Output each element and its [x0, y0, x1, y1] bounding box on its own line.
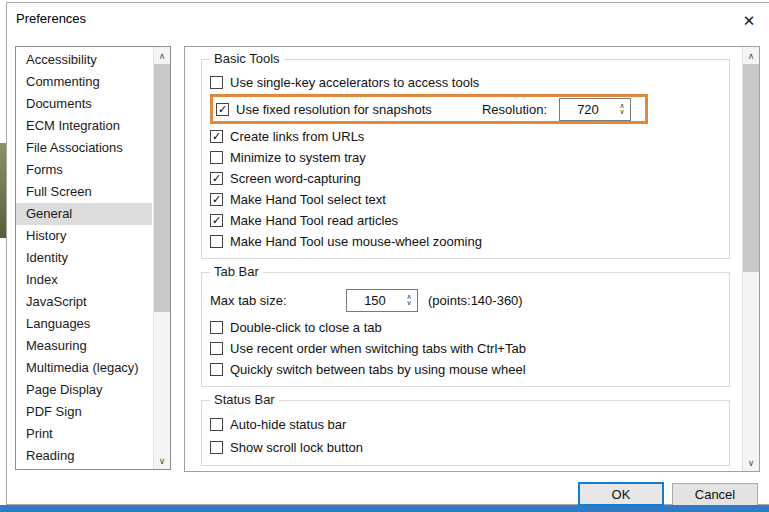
checkbox-label: Make Hand Tool select text: [230, 192, 386, 207]
preferences-category-listbox: AccessibilityCommentingDocumentsECM Inte…: [15, 46, 171, 470]
ok-button[interactable]: OK: [578, 482, 664, 506]
checkbox-label: Make Hand Tool read articles: [230, 213, 398, 228]
unchecked-checkbox[interactable]: [210, 363, 223, 376]
checked-checkbox[interactable]: ✓: [210, 130, 223, 143]
checkbox-label: Show scroll lock button: [230, 440, 363, 455]
sidebar-item-full-screen[interactable]: Full Screen: [16, 181, 152, 203]
scrollbar-thumb[interactable]: [743, 64, 759, 272]
sidebar-item-documents[interactable]: Documents: [16, 93, 152, 115]
checkmark-icon: ✓: [218, 104, 227, 115]
sidebar-scrollbar[interactable]: ∧ ∨: [153, 47, 170, 469]
checkbox-label: Minimize to system tray: [230, 150, 366, 165]
spin-down-icon[interactable]: ∨: [619, 109, 624, 115]
group-basic-tools: Basic ToolsUse single-key accelerators t…: [201, 59, 730, 259]
setting-row-use-single-key-accelerators-to-access-tools[interactable]: Use single-key accelerators to access to…: [210, 72, 721, 93]
setting-row-use-fixed-resolution-for-snapshots-highlighted[interactable]: ✓Use fixed resolution for snapshotsResol…: [210, 94, 648, 124]
checked-checkbox[interactable]: ✓: [210, 214, 223, 227]
sidebar-item-languages[interactable]: Languages: [16, 313, 152, 335]
spin-down-icon[interactable]: ∨: [406, 300, 411, 306]
setting-row-minimize-to-system-tray[interactable]: Minimize to system tray: [210, 147, 721, 168]
spinner-value[interactable]: 720: [560, 102, 614, 117]
checkbox-label: Use fixed resolution for snapshots: [236, 102, 432, 117]
checkbox-label: Make Hand Tool use mouse-wheel zooming: [230, 234, 482, 249]
checkbox-label: Screen word-capturing: [230, 171, 361, 186]
group-tab-bar: Tab BarMax tab size:150∧∨(points:140-360…: [201, 272, 730, 387]
unchecked-checkbox[interactable]: [210, 235, 223, 248]
scrollbar-thumb[interactable]: [154, 64, 170, 312]
scroll-up-icon[interactable]: ∧: [743, 47, 759, 64]
field-hint: (points:140-360): [428, 293, 523, 308]
checked-checkbox[interactable]: ✓: [210, 172, 223, 185]
group-status-bar: Status BarAuto-hide status barShow scrol…: [201, 400, 730, 466]
setting-row-create-links-from-urls[interactable]: ✓Create links from URLs: [210, 126, 721, 147]
unchecked-checkbox[interactable]: [210, 441, 223, 454]
setting-row-double-click-to-close-a-tab[interactable]: Double-click to close a tab: [210, 317, 721, 338]
checkbox-label: Quickly switch between tabs by using mou…: [230, 362, 526, 377]
sidebar-item-general[interactable]: General: [16, 203, 152, 225]
sidebar-item-multimedia-legacy[interactable]: Multimedia (legacy): [16, 357, 152, 379]
spinner-field[interactable]: 150∧∨: [346, 289, 418, 312]
sidebar-item-history[interactable]: History: [16, 225, 152, 247]
preferences-category-list: AccessibilityCommentingDocumentsECM Inte…: [16, 49, 152, 469]
setting-row-max-tab-size[interactable]: Max tab size:150∧∨(points:140-360): [210, 285, 721, 315]
unchecked-checkbox[interactable]: [210, 151, 223, 164]
checkbox-label: Use single-key accelerators to access to…: [230, 75, 479, 90]
preferences-dialog: Preferences ✕ AccessibilityCommentingDoc…: [6, 2, 769, 505]
field-label: Resolution:: [482, 102, 547, 117]
scroll-up-icon[interactable]: ∧: [154, 47, 170, 64]
settings-panel: Basic ToolsUse single-key accelerators t…: [184, 46, 760, 472]
setting-row-screen-word-capturing[interactable]: ✓Screen word-capturing: [210, 168, 721, 189]
spinner-value[interactable]: 150: [347, 293, 401, 308]
setting-row-make-hand-tool-use-mouse-wheel-zooming[interactable]: Make Hand Tool use mouse-wheel zooming: [210, 231, 721, 252]
sidebar-item-print[interactable]: Print: [16, 423, 152, 445]
spinner-arrows[interactable]: ∧∨: [614, 103, 630, 115]
sidebar-item-identity[interactable]: Identity: [16, 247, 152, 269]
unchecked-checkbox[interactable]: [210, 418, 223, 431]
sidebar-item-javascript[interactable]: JavaScript: [16, 291, 152, 313]
checkbox-label: Double-click to close a tab: [230, 320, 382, 335]
panel-groups: Basic ToolsUse single-key accelerators t…: [185, 47, 742, 471]
spinner-arrows[interactable]: ∧∨: [401, 294, 417, 306]
checkmark-icon: ✓: [212, 131, 221, 142]
checked-checkbox[interactable]: ✓: [216, 103, 229, 116]
sidebar-item-accessibility[interactable]: Accessibility: [16, 49, 152, 71]
group-title: Status Bar: [210, 392, 279, 407]
setting-row-use-recent-order-when-switching-tabs-with-ctrl-tab[interactable]: Use recent order when switching tabs wit…: [210, 338, 721, 359]
setting-row-quickly-switch-between-tabs-by-using-mouse-wheel[interactable]: Quickly switch between tabs by using mou…: [210, 359, 721, 380]
sidebar-item-forms[interactable]: Forms: [16, 159, 152, 181]
sidebar-item-measuring[interactable]: Measuring: [16, 335, 152, 357]
checkbox-label: Auto-hide status bar: [230, 417, 346, 432]
unchecked-checkbox[interactable]: [210, 76, 223, 89]
spinner-field[interactable]: 720∧∨: [559, 98, 631, 121]
sidebar-item-ecm-integration[interactable]: ECM Integration: [16, 115, 152, 137]
sidebar-item-page-display[interactable]: Page Display: [16, 379, 152, 401]
checked-checkbox[interactable]: ✓: [210, 193, 223, 206]
checkmark-icon: ✓: [212, 194, 221, 205]
setting-row-auto-hide-status-bar[interactable]: Auto-hide status bar: [210, 413, 721, 436]
close-icon[interactable]: ✕: [739, 11, 759, 31]
bottom-accent-bar: [0, 505, 769, 512]
sidebar-item-file-associations[interactable]: File Associations: [16, 137, 152, 159]
setting-row-make-hand-tool-select-text[interactable]: ✓Make Hand Tool select text: [210, 189, 721, 210]
field-label: Max tab size:: [210, 293, 346, 308]
scroll-down-icon[interactable]: ∨: [154, 452, 170, 469]
unchecked-checkbox[interactable]: [210, 342, 223, 355]
sidebar-item-commenting[interactable]: Commenting: [16, 71, 152, 93]
resolution-cluster: Resolution:720∧∨: [482, 98, 631, 121]
scroll-down-icon[interactable]: ∨: [743, 454, 759, 471]
panel-scrollbar[interactable]: ∧ ∨: [742, 47, 759, 471]
checkbox-label: Create links from URLs: [230, 129, 364, 144]
unchecked-checkbox[interactable]: [210, 321, 223, 334]
checkbox-label: Use recent order when switching tabs wit…: [230, 341, 526, 356]
checkmark-icon: ✓: [212, 215, 221, 226]
setting-row-show-scroll-lock-button[interactable]: Show scroll lock button: [210, 436, 721, 459]
group-title: Tab Bar: [210, 264, 263, 279]
sidebar-item-index[interactable]: Index: [16, 269, 152, 291]
sidebar-item-pdf-sign[interactable]: PDF Sign: [16, 401, 152, 423]
checkmark-icon: ✓: [212, 173, 221, 184]
setting-row-make-hand-tool-read-articles[interactable]: ✓Make Hand Tool read articles: [210, 210, 721, 231]
dialog-title: Preferences: [16, 11, 86, 26]
group-title: Basic Tools: [210, 51, 284, 66]
sidebar-item-reading[interactable]: Reading: [16, 445, 152, 467]
cancel-button[interactable]: Cancel: [672, 483, 758, 506]
